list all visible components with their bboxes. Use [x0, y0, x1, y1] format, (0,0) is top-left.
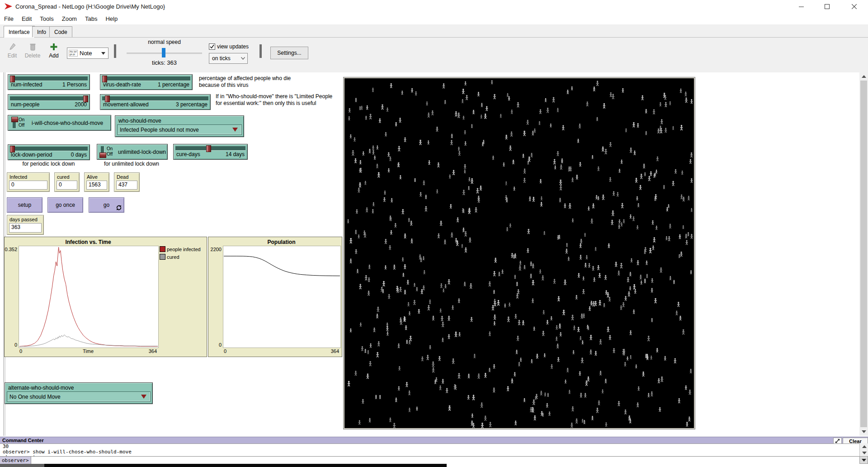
- tab-interface[interactable]: Interface: [4, 26, 35, 38]
- person-turtle: [557, 108, 559, 112]
- add-button[interactable]: Add: [45, 43, 62, 59]
- update-mode-dropdown[interactable]: on ticks: [209, 53, 248, 64]
- chooser-who-should-move[interactable]: who-should-move Infected People should n…: [115, 115, 244, 137]
- person-turtle: [596, 117, 598, 121]
- switch-toggle[interactable]: On Off: [11, 117, 29, 129]
- person-turtle: [572, 218, 574, 222]
- panel-scrollbar[interactable]: [859, 72, 868, 436]
- tab-info[interactable]: Info: [32, 26, 51, 37]
- person-turtle: [687, 232, 689, 236]
- menu-edit[interactable]: Edit: [18, 14, 36, 24]
- chooser-value-box[interactable]: Infected People should not move: [117, 124, 242, 135]
- switch-knob[interactable]: [99, 152, 106, 158]
- person-turtle: [449, 175, 451, 179]
- person-turtle: [410, 238, 413, 243]
- person-turtle: [448, 279, 450, 285]
- menu-tools[interactable]: Tools: [36, 14, 57, 24]
- person-turtle: [489, 281, 491, 286]
- menu-zoom[interactable]: Zoom: [58, 14, 81, 24]
- person-turtle: [603, 103, 605, 109]
- person-turtle: [524, 168, 526, 173]
- scroll-up-icon[interactable]: [862, 75, 866, 78]
- chooser-value-box[interactable]: No One should Move: [7, 391, 151, 402]
- person-turtle: [376, 352, 378, 357]
- person-turtle: [359, 284, 361, 289]
- person-turtle: [489, 368, 491, 372]
- person-turtle: [643, 163, 645, 168]
- tab-code[interactable]: Code: [49, 26, 72, 37]
- person-turtle: [407, 302, 409, 306]
- person-turtle: [631, 258, 632, 262]
- person-turtle: [431, 110, 434, 115]
- go-once-button[interactable]: go once: [47, 197, 83, 213]
- scroll-down-icon[interactable]: [862, 430, 866, 433]
- delete-button[interactable]: Delete: [23, 43, 42, 59]
- menu-help[interactable]: Help: [101, 14, 122, 24]
- person-turtle: [349, 108, 350, 113]
- setup-button[interactable]: setup: [7, 197, 42, 213]
- output-scrollbar[interactable]: [859, 443, 868, 456]
- person-turtle: [444, 284, 446, 288]
- go-label: go: [104, 202, 109, 208]
- slider-movement-allowed[interactable]: movement-allowed3 percentage: [100, 94, 211, 110]
- slider-lock-down-period[interactable]: lock-down-period0 days: [8, 144, 90, 160]
- settings-button[interactable]: Settings...: [270, 47, 308, 59]
- person-turtle: [393, 423, 395, 428]
- command-input[interactable]: [31, 457, 859, 464]
- chooser-value: Infected People should not move: [120, 127, 199, 133]
- slider-num-people[interactable]: num-people2000: [8, 94, 90, 110]
- person-turtle: [686, 422, 688, 427]
- person-turtle: [523, 130, 525, 136]
- switch-toggle[interactable]: On Off: [99, 146, 117, 157]
- slider-virus-death-rate[interactable]: virus-death-rate1 percentage: [100, 74, 193, 90]
- person-turtle: [583, 314, 585, 318]
- scroll-up-icon[interactable]: [862, 445, 867, 448]
- person-turtle: [398, 343, 400, 348]
- person-turtle: [690, 270, 692, 274]
- switch-knob[interactable]: [11, 117, 18, 122]
- history-dropdown-button[interactable]: [859, 456, 868, 464]
- forever-icon: [116, 205, 122, 210]
- person-turtle: [469, 238, 471, 243]
- go-button[interactable]: go: [89, 197, 124, 213]
- maximize-button[interactable]: [816, 0, 837, 13]
- chooser-alternate-who-should-move[interactable]: alternate-who-should-move No One should …: [5, 382, 153, 404]
- menu-file[interactable]: File: [0, 14, 18, 24]
- person-turtle: [372, 88, 374, 92]
- person-turtle: [350, 328, 352, 332]
- menu-tabs[interactable]: Tabs: [81, 14, 101, 24]
- switch-unlimited-lock-down[interactable]: On Off unlimited-lock-down: [97, 144, 168, 160]
- scrollbar-thumb[interactable]: [860, 81, 867, 427]
- person-turtle: [350, 134, 352, 138]
- person-turtle: [395, 398, 397, 402]
- view-updates-checkbox[interactable]: view updates: [209, 43, 249, 50]
- person-turtle: [458, 332, 460, 337]
- person-turtle: [592, 203, 594, 208]
- person-turtle: [368, 291, 370, 295]
- close-button[interactable]: [844, 0, 864, 13]
- person-turtle: [553, 159, 556, 164]
- person-turtle: [440, 220, 442, 226]
- person-turtle: [678, 398, 680, 403]
- person-turtle: [690, 369, 692, 373]
- window-title: Corona_Spread - NetLogo {H:\Google Drive…: [15, 3, 165, 10]
- chooser-label: who-should-move: [118, 118, 161, 124]
- person-turtle: [498, 272, 500, 276]
- person-turtle: [443, 288, 444, 292]
- switch-i-will-chose-who-should-move[interactable]: On Off i-will-chose-who-should-move: [8, 115, 111, 131]
- person-turtle: [690, 152, 693, 157]
- world-view[interactable]: [343, 77, 695, 429]
- legend-swatch-red: [160, 246, 165, 252]
- slider-cure-days[interactable]: cure-days14 days: [173, 144, 248, 160]
- person-turtle: [579, 371, 581, 376]
- edit-button[interactable]: Edit: [5, 43, 20, 59]
- scroll-down-icon[interactable]: [862, 452, 867, 454]
- slider-num-infected[interactable]: num-infected1 Persons: [8, 74, 90, 90]
- person-turtle: [388, 294, 390, 299]
- person-turtle: [656, 156, 659, 161]
- speed-slider-handle[interactable]: [162, 48, 165, 57]
- person-turtle: [494, 321, 495, 325]
- minimize-button[interactable]: [791, 0, 811, 13]
- widget-type-dropdown[interactable]: Abc def ghi jkl Note: [67, 48, 108, 59]
- person-turtle: [531, 152, 533, 157]
